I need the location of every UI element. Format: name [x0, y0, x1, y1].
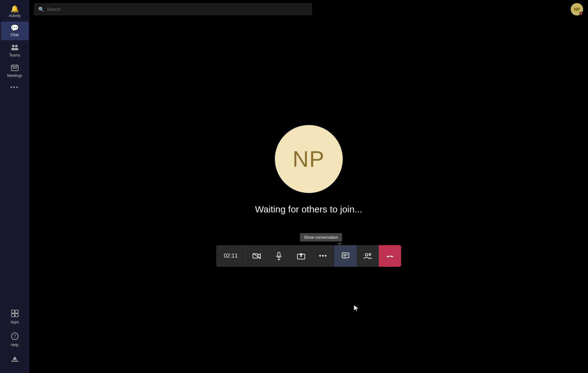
participants-button[interactable]: [357, 245, 379, 267]
end-call-button[interactable]: [379, 245, 401, 267]
sidebar-item-meetings[interactable]: Meetings: [1, 61, 29, 81]
call-controls: 02:11: [216, 245, 401, 267]
activity-icon: 🔔: [10, 6, 19, 12]
svg-rect-17: [11, 361, 18, 362]
apps-icon: [11, 309, 19, 319]
svg-marker-26: [299, 253, 303, 257]
svg-marker-33: [354, 305, 359, 311]
share-screen-button[interactable]: [290, 245, 312, 267]
svg-rect-10: [16, 68, 17, 69]
svg-marker-18: [13, 356, 17, 360]
call-area: NP Waiting for others to join... Show co…: [29, 19, 588, 373]
topbar: 🔍 NP: [29, 0, 588, 19]
sidebar-item-meetings-label: Meetings: [7, 73, 22, 78]
caller-avatar: NP: [275, 125, 343, 193]
svg-rect-9: [14, 68, 15, 69]
waiting-text: Waiting for others to join...: [255, 204, 362, 215]
svg-rect-22: [278, 252, 280, 257]
call-timer: 02:11: [216, 245, 245, 267]
svg-rect-12: [15, 310, 18, 313]
svg-point-1: [15, 45, 18, 47]
sidebar-item-activity-label: Activity: [9, 14, 20, 18]
search-input[interactable]: [47, 7, 308, 12]
user-status-dot: [579, 12, 583, 15]
search-icon: 🔍: [38, 6, 44, 12]
sidebar-item-chat[interactable]: 💬 Chat: [1, 22, 29, 40]
chat-icon: 💬: [10, 25, 19, 31]
sidebar-item-teams[interactable]: Teams: [1, 41, 29, 61]
more-options-button[interactable]: •••: [312, 245, 334, 267]
show-conversation-button[interactable]: [334, 245, 357, 267]
mic-button[interactable]: [268, 245, 290, 267]
svg-point-0: [12, 45, 14, 47]
svg-rect-14: [15, 314, 18, 317]
cursor-indicator: [353, 304, 359, 314]
sidebar-item-apps-label: Apps: [10, 320, 19, 324]
sidebar-item-update[interactable]: [1, 352, 29, 367]
svg-rect-13: [11, 314, 14, 317]
main-area: 🔍 NP NP Waiting for others to join... Sh…: [29, 0, 588, 373]
svg-point-31: [365, 254, 368, 256]
call-controls-wrapper: Show conversation 02:11: [216, 233, 401, 267]
sidebar-item-apps[interactable]: Apps: [1, 306, 29, 327]
sidebar-item-activity[interactable]: 🔔 Activity: [1, 2, 29, 21]
sidebar: 🔔 Activity 💬 Chat Teams: [0, 0, 29, 373]
sidebar-item-chat-label: Chat: [11, 33, 19, 37]
video-button[interactable]: [246, 245, 268, 267]
sidebar-item-help[interactable]: ? Help: [1, 329, 29, 350]
svg-text:?: ?: [14, 334, 16, 339]
tooltip-arrow: [337, 243, 342, 245]
meetings-icon: [11, 64, 19, 72]
svg-point-3: [14, 48, 19, 50]
svg-rect-11: [11, 310, 14, 313]
more-icon: •••: [10, 85, 19, 90]
show-conversation-tooltip: Show conversation: [300, 233, 342, 241]
svg-rect-27: [342, 253, 349, 258]
sidebar-item-help-label: Help: [11, 343, 19, 347]
svg-point-32: [369, 254, 371, 255]
teams-icon: [11, 44, 19, 52]
sidebar-item-teams-label: Teams: [9, 53, 20, 57]
search-box[interactable]: 🔍: [34, 3, 312, 15]
update-icon: [11, 355, 19, 364]
sidebar-item-more[interactable]: •••: [1, 82, 29, 93]
sidebar-bottom: Apps ? Help: [0, 306, 29, 373]
help-icon: ?: [11, 332, 19, 342]
svg-rect-8: [13, 68, 14, 69]
user-avatar-top[interactable]: NP: [571, 3, 583, 15]
